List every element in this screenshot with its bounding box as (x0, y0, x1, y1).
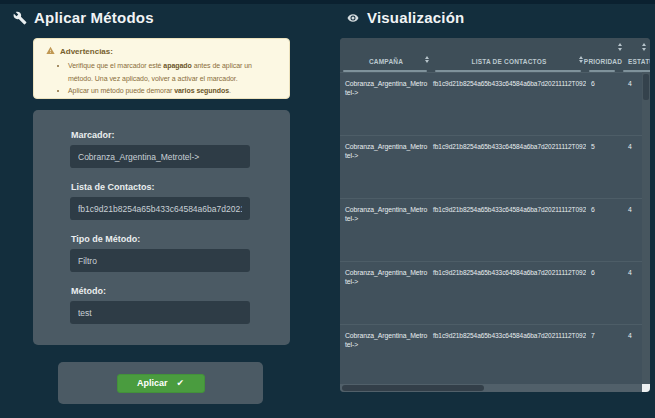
table-row[interactable]: Cobranza_Argentina_Metrotel-> fb1c9d21b8… (340, 72, 650, 135)
apply-button-label: Aplicar (137, 378, 168, 388)
field-marcador: Marcador: (70, 130, 250, 168)
visualization-title-label: Visualización (367, 9, 464, 26)
visualization-table-panel: CAMPAÑA LISTA DE CONTACTOS PRIORIDAD EST… (340, 38, 650, 392)
cell-lista-contactos: fb1c9d21b8254a65b433c64584a6ba7d20211112… (432, 136, 586, 198)
cell-lista-contactos: fb1c9d21b8254a65b433c64584a6ba7d20211112… (432, 199, 586, 261)
apply-button-card: Aplicar ✔ (58, 362, 263, 404)
table-row[interactable]: Cobranza_Argentina_Metrotel-> fb1c9d21b8… (340, 135, 650, 198)
warning-title-label: Advertencias: (60, 47, 113, 56)
visualization-table: CAMPAÑA LISTA DE CONTACTOS PRIORIDAD EST… (340, 38, 650, 387)
warning-triangle-icon (46, 46, 55, 57)
table-row[interactable]: Cobranza_Argentina_Metrotel-> fb1c9d21b8… (340, 198, 650, 261)
apply-methods-title-label: Aplicar Métodos (34, 9, 154, 26)
apply-methods-title: Aplicar Métodos (13, 9, 154, 26)
warnings-alert: Advertencias: Verifique que el marcador … (33, 38, 290, 99)
top-edge-strip (0, 0, 655, 4)
sort-icon[interactable] (642, 43, 646, 51)
table-row[interactable]: Cobranza_Argentina_Metrotel-> fb1c9d21b8… (340, 261, 650, 324)
sort-icon[interactable] (425, 56, 429, 64)
tipo-metodo-input[interactable] (70, 249, 250, 272)
warning-bullet-list: Verifique que el marcador esté apagado a… (46, 60, 272, 98)
visualization-title: Visualización (346, 9, 464, 26)
cell-campana: Cobranza_Argentina_Metrotel-> (340, 73, 432, 135)
column-header-estatus[interactable]: ESTATUS (620, 38, 650, 72)
cell-prioridad: 6 (586, 262, 620, 324)
field-lista-contactos: Lista de Contactos: (70, 182, 250, 220)
column-header-prioridad[interactable]: PRIORIDAD (586, 38, 620, 72)
cell-campana: Cobranza_Argentina_Metrotel-> (340, 262, 432, 324)
metodo-label: Método: (71, 286, 250, 296)
eye-icon (346, 12, 360, 24)
apply-method-form: Marcador: Lista de Contactos: Tipo de Mé… (33, 110, 290, 345)
column-header-campana[interactable]: CAMPAÑA (340, 38, 432, 72)
lista-contactos-input[interactable] (70, 197, 250, 220)
cell-campana: Cobranza_Argentina_Metrotel-> (340, 136, 432, 198)
cell-campana: Cobranza_Argentina_Metrotel-> (340, 199, 432, 261)
tipo-metodo-label: Tipo de Método: (71, 234, 250, 244)
cell-prioridad: 6 (586, 73, 620, 135)
cell-prioridad: 6 (586, 199, 620, 261)
warning-bullet: Aplicar un método puede demorar varios s… (68, 85, 272, 98)
marcador-label: Marcador: (71, 130, 250, 140)
check-icon: ✔ (176, 378, 184, 388)
cell-prioridad: 5 (586, 136, 620, 198)
sort-icon[interactable] (579, 56, 583, 64)
cell-prioridad: 7 (586, 325, 620, 387)
metodo-input[interactable] (70, 301, 250, 324)
horizontal-scrollbar-thumb[interactable] (342, 385, 484, 391)
cell-lista-contactos: fb1c9d21b8254a65b433c64584a6ba7d20211112… (432, 73, 586, 135)
cell-campana: Cobranza_Argentina_Metrotel-> (340, 325, 432, 387)
cell-lista-contactos: fb1c9d21b8254a65b433c64584a6ba7d20211112… (432, 325, 586, 387)
vertical-scrollbar[interactable] (642, 72, 650, 384)
scrollbar-corner (642, 384, 650, 392)
column-header-lista-contactos[interactable]: LISTA DE CONTACTOS (432, 38, 586, 72)
horizontal-scrollbar[interactable] (340, 384, 642, 392)
table-header-row: CAMPAÑA LISTA DE CONTACTOS PRIORIDAD EST… (340, 38, 650, 72)
marcador-input[interactable] (70, 145, 250, 168)
table-row[interactable]: Cobranza_Argentina_Metrotel-> fb1c9d21b8… (340, 324, 650, 387)
lista-contactos-label: Lista de Contactos: (71, 182, 250, 192)
warning-bullet: Verifique que el marcador esté apagado a… (68, 60, 272, 85)
apply-button[interactable]: Aplicar ✔ (117, 374, 205, 393)
field-metodo: Método: (70, 286, 250, 324)
cell-lista-contactos: fb1c9d21b8254a65b433c64584a6ba7d20211112… (432, 262, 586, 324)
wrench-icon (13, 11, 27, 25)
vertical-scrollbar-thumb[interactable] (643, 74, 649, 100)
field-tipo-metodo: Tipo de Método: (70, 234, 250, 272)
